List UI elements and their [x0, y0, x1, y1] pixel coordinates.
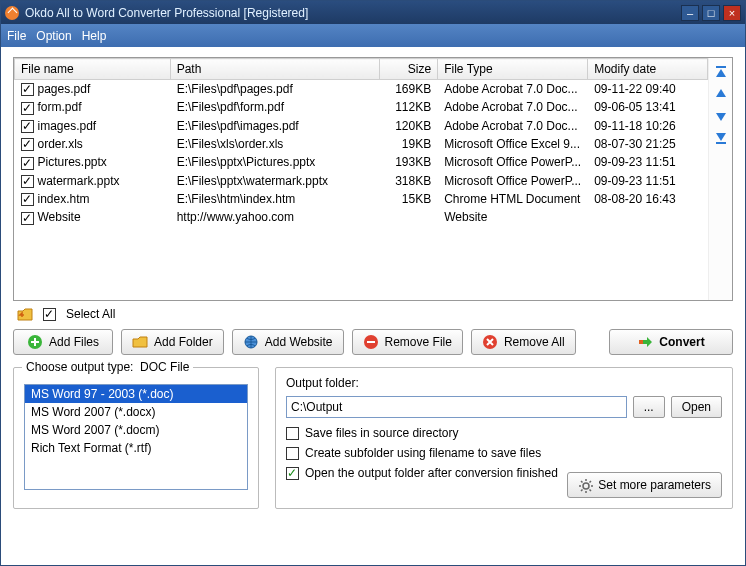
- row-checkbox[interactable]: [21, 83, 34, 96]
- remove-file-icon: [363, 334, 379, 350]
- output-folder-panel: Output folder: ... Open Save files in so…: [275, 367, 733, 509]
- folder-up-icon[interactable]: [17, 307, 33, 321]
- save-in-source-label: Save files in source directory: [305, 426, 458, 440]
- add-files-label: Add Files: [49, 335, 99, 349]
- reorder-sidebar: [708, 58, 732, 300]
- move-down-button[interactable]: [713, 108, 729, 124]
- output-type-option[interactable]: MS Word 97 - 2003 (*.doc): [25, 385, 247, 403]
- choose-output-type-label: Choose output type: DOC File: [22, 360, 193, 374]
- table-row[interactable]: pages.pdfE:\Files\pdf\pages.pdf169KBAdob…: [15, 80, 708, 99]
- file-table: File name Path Size File Type Modify dat…: [14, 58, 708, 227]
- menu-option[interactable]: Option: [36, 29, 71, 43]
- table-row[interactable]: index.htmE:\Files\htm\index.htm15KBChrom…: [15, 190, 708, 208]
- row-checkbox[interactable]: [21, 157, 34, 170]
- browse-button[interactable]: ...: [633, 396, 665, 418]
- menu-file[interactable]: File: [7, 29, 26, 43]
- save-in-source-checkbox[interactable]: [286, 427, 299, 440]
- table-row[interactable]: watermark.pptxE:\Files\pptx\watermark.pp…: [15, 172, 708, 190]
- row-checkbox[interactable]: [21, 175, 34, 188]
- output-type-panel: Choose output type: DOC File MS Word 97 …: [13, 367, 259, 509]
- table-row[interactable]: images.pdfE:\Files\pdf\images.pdf120KBAd…: [15, 117, 708, 135]
- file-table-container: File name Path Size File Type Modify dat…: [13, 57, 733, 301]
- row-checkbox[interactable]: [21, 138, 34, 151]
- set-more-parameters-button[interactable]: Set more parameters: [567, 472, 722, 498]
- header-file-type[interactable]: File Type: [438, 59, 588, 80]
- move-bottom-button[interactable]: [713, 130, 729, 146]
- svg-rect-4: [31, 341, 39, 343]
- table-row[interactable]: Pictures.pptxE:\Files\pptx\Pictures.pptx…: [15, 153, 708, 171]
- open-after-label: Open the output folder after conversion …: [305, 466, 558, 480]
- remove-all-icon: [482, 334, 498, 350]
- window-title: Okdo All to Word Converter Professional …: [25, 6, 678, 20]
- menubar: File Option Help: [1, 24, 745, 47]
- table-row[interactable]: form.pdfE:\Files\pdf\form.pdf112KBAdobe …: [15, 98, 708, 116]
- gear-icon: [578, 478, 592, 492]
- output-folder-input[interactable]: [286, 396, 627, 418]
- svg-point-9: [583, 483, 589, 489]
- select-all-label: Select All: [66, 307, 115, 321]
- globe-icon: [243, 334, 259, 350]
- close-button[interactable]: ×: [723, 5, 741, 21]
- minimize-button[interactable]: –: [681, 5, 699, 21]
- convert-icon: [637, 334, 653, 350]
- convert-label: Convert: [659, 335, 704, 349]
- row-checkbox[interactable]: [21, 102, 34, 115]
- row-checkbox[interactable]: [21, 193, 34, 206]
- create-subfolder-label: Create subfolder using filename to save …: [305, 446, 541, 460]
- move-up-button[interactable]: [713, 86, 729, 102]
- open-after-checkbox[interactable]: [286, 467, 299, 480]
- add-folder-label: Add Folder: [154, 335, 213, 349]
- add-files-button[interactable]: Add Files: [13, 329, 113, 355]
- add-folder-button[interactable]: Add Folder: [121, 329, 224, 355]
- table-row[interactable]: order.xlsE:\Files\xls\order.xls19KBMicro…: [15, 135, 708, 153]
- remove-all-label: Remove All: [504, 335, 565, 349]
- add-folder-icon: [132, 334, 148, 350]
- add-files-icon: [27, 334, 43, 350]
- output-type-listbox[interactable]: MS Word 97 - 2003 (*.doc)MS Word 2007 (*…: [24, 384, 248, 490]
- select-all-checkbox[interactable]: [43, 308, 56, 321]
- menu-help[interactable]: Help: [82, 29, 107, 43]
- table-row[interactable]: Websitehttp://www.yahoo.comWebsite: [15, 208, 708, 226]
- open-folder-button[interactable]: Open: [671, 396, 722, 418]
- titlebar: Okdo All to Word Converter Professional …: [1, 1, 745, 24]
- header-file-name[interactable]: File name: [15, 59, 171, 80]
- output-type-option[interactable]: MS Word 2007 (*.docx): [25, 403, 247, 421]
- header-modify-date[interactable]: Modify date: [588, 59, 708, 80]
- maximize-button[interactable]: □: [702, 5, 720, 21]
- add-website-button[interactable]: Add Website: [232, 329, 344, 355]
- set-more-parameters-label: Set more parameters: [598, 478, 711, 492]
- header-size[interactable]: Size: [380, 59, 438, 80]
- move-top-button[interactable]: [713, 64, 729, 80]
- svg-rect-1: [716, 142, 726, 144]
- remove-file-label: Remove File: [385, 335, 452, 349]
- output-type-option[interactable]: Rich Text Format (*.rtf): [25, 439, 247, 457]
- row-checkbox[interactable]: [21, 120, 34, 133]
- row-checkbox[interactable]: [21, 212, 34, 225]
- convert-button[interactable]: Convert: [609, 329, 733, 355]
- add-website-label: Add Website: [265, 335, 333, 349]
- app-icon: [5, 6, 19, 20]
- svg-rect-7: [367, 341, 375, 343]
- header-path[interactable]: Path: [170, 59, 380, 80]
- create-subfolder-checkbox[interactable]: [286, 447, 299, 460]
- svg-rect-0: [716, 66, 726, 68]
- remove-all-button[interactable]: Remove All: [471, 329, 576, 355]
- output-folder-label: Output folder:: [286, 376, 722, 390]
- output-type-option[interactable]: MS Word 2007 (*.docm): [25, 421, 247, 439]
- remove-file-button[interactable]: Remove File: [352, 329, 463, 355]
